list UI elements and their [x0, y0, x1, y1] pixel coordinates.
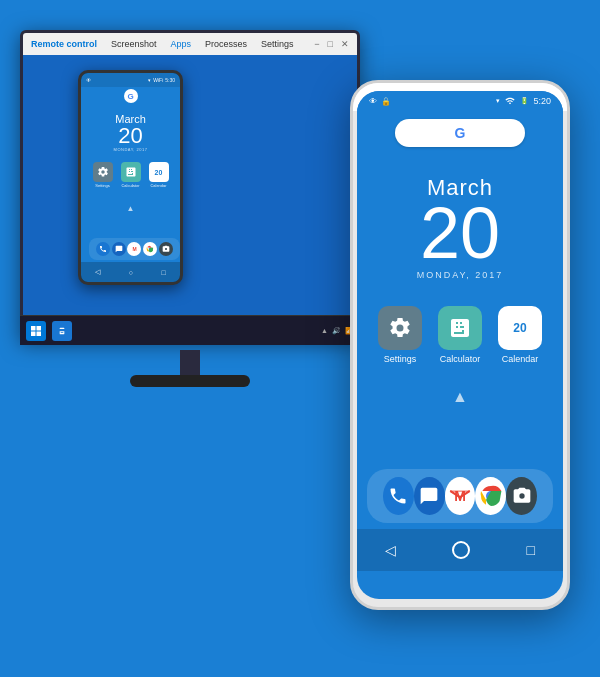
taskbar: ▲ 🔊 📶 [20, 315, 360, 345]
settings-icon-sm [93, 162, 113, 182]
dock-chrome-sm [143, 242, 157, 256]
app-calculator-sm: Calculator [121, 162, 141, 188]
dock-chrome-lg[interactable] [475, 477, 506, 515]
menu-settings[interactable]: Settings [261, 39, 294, 49]
menu-processes[interactable]: Processes [205, 39, 247, 49]
titlebar-controls: − □ ✕ [314, 39, 349, 49]
minimize-button[interactable]: − [314, 39, 319, 49]
phone-large-dock: M [367, 469, 553, 523]
taskbar-phone-app[interactable] [52, 321, 72, 341]
phone-small-screen: 👁 ▾ WiFi 5:30 G March 20 MON [81, 73, 180, 282]
wifi-icon-lg [504, 96, 516, 107]
phone-large-apps: Settings Calculator 20 Calendar [357, 290, 563, 368]
phone-large-date: March 20 MONDAY, 2017 [357, 155, 563, 290]
menu-screenshot[interactable]: Screenshot [111, 39, 157, 49]
dock-gmail-sm: M [127, 242, 141, 256]
monitor-titlebar: Remote control Screenshot Apps Processes… [23, 33, 357, 55]
monitor-base [130, 375, 250, 387]
phone-small-dock: M [89, 238, 180, 260]
phone-large-screen: 👁 🔒 ▾ 🔋 5:20 G [357, 91, 563, 571]
calendar-label-sm: Calendar [150, 183, 166, 188]
maximize-button[interactable]: □ [328, 39, 333, 49]
phone-small-date: March 20 MONDAY, 2017 [81, 105, 180, 156]
back-btn-sm: ◁ [95, 268, 100, 276]
statusbar-left-icons: 👁 🔒 [369, 97, 391, 106]
calendar-icon-sm: 20 [149, 162, 169, 182]
dock-gmail-lg[interactable]: M [445, 477, 476, 515]
titlebar-menu: Remote control Screenshot Apps Processes… [31, 39, 294, 49]
calendar-label-lg: Calendar [502, 354, 539, 364]
day-lg: 20 [357, 201, 563, 266]
taskbar-start[interactable] [26, 321, 46, 341]
scroll-arrow-sm: ▲ [81, 204, 180, 213]
dock-camera-sm [159, 242, 173, 256]
wifi-signal-sm: WiFi [153, 77, 163, 83]
phone-small: 👁 ▾ WiFi 5:30 G March 20 MON [78, 70, 183, 285]
taskbar-tray-icons: ▲ [321, 327, 328, 334]
phone-app-icon [58, 326, 66, 336]
phone-small-navbar: ◁ ○ □ [81, 262, 180, 282]
calculator-icon-lg[interactable] [438, 306, 482, 350]
phone-large-statusbar: 👁 🔒 ▾ 🔋 5:20 [357, 91, 563, 111]
svg-rect-3 [31, 331, 36, 336]
settings-label-lg: Settings [384, 354, 417, 364]
windows-icon [31, 326, 41, 336]
phone-small-statusbar: 👁 ▾ WiFi 5:30 [81, 73, 180, 87]
phone-large-navbar: ◁ □ [357, 529, 563, 571]
battery-icon-lg: 🔋 [520, 97, 529, 105]
home-btn-sm: ○ [129, 269, 133, 276]
statusbar-right-icons: ▾ 🔋 5:20 [496, 96, 551, 107]
time-lg: 5:20 [533, 96, 551, 106]
wifi-icon-sm: ▾ [148, 77, 151, 83]
dock-messages-sm [112, 242, 126, 256]
google-icon-sm: G [124, 89, 138, 103]
monitor-neck [180, 350, 200, 375]
signal-icon-lg: ▾ [496, 97, 500, 105]
scroll-up-arrow: ▲ [357, 368, 563, 414]
weekday-sm: MONDAY, 2017 [81, 147, 180, 152]
svg-rect-2 [37, 326, 42, 331]
monitor-screen: Remote control Screenshot Apps Processes… [20, 30, 360, 340]
phone-large: 👁 🔒 ▾ 🔋 5:20 G [350, 80, 570, 610]
phone-small-apps: Settings Calculator 20 Cale [81, 156, 180, 194]
gmail-m-letter: M [454, 488, 466, 504]
app-calendar-lg: 20 Calendar [498, 306, 542, 364]
recent-btn-sm: □ [161, 269, 165, 276]
google-search-bar[interactable]: G [357, 119, 563, 147]
monitor: Remote control Screenshot Apps Processes… [20, 30, 360, 400]
recent-button-lg[interactable]: □ [526, 542, 534, 558]
app-calendar-sm: 20 Calendar [149, 162, 169, 188]
dock-messages-lg[interactable] [414, 477, 445, 515]
calculator-label-lg: Calculator [440, 354, 481, 364]
menu-remote-control[interactable]: Remote control [31, 39, 97, 49]
monitor-content: 👁 ▾ WiFi 5:30 G March 20 MON [23, 55, 357, 337]
back-button-lg[interactable]: ◁ [385, 542, 396, 558]
app-settings-lg: Settings [378, 306, 422, 364]
eye-icon-sm: 👁 [86, 77, 91, 83]
taskbar-network-icon: 🔊 [332, 327, 341, 335]
home-button-lg[interactable] [452, 541, 470, 559]
lock-icon-lg: 🔒 [381, 97, 391, 106]
calculator-label-sm: Calculator [121, 183, 139, 188]
app-calculator-lg: Calculator [438, 306, 482, 364]
weekday-lg: MONDAY, 2017 [357, 270, 563, 280]
dock-phone-lg[interactable] [383, 477, 414, 515]
calculator-icon-sm [121, 162, 141, 182]
app-settings-sm: Settings [93, 162, 113, 188]
menu-apps[interactable]: Apps [171, 39, 192, 49]
dock-camera-lg[interactable] [506, 477, 537, 515]
settings-icon-lg[interactable] [378, 306, 422, 350]
dock-phone-sm [96, 242, 110, 256]
eye-icon-lg: 👁 [369, 97, 377, 106]
calendar-icon-lg[interactable]: 20 [498, 306, 542, 350]
close-button[interactable]: ✕ [341, 39, 349, 49]
svg-rect-1 [31, 326, 36, 331]
time-sm: 5:30 [165, 77, 175, 83]
day-sm: 20 [81, 125, 180, 147]
phone-large-screen-container: 👁 🔒 ▾ 🔋 5:20 G [357, 91, 563, 599]
google-g-logo: G [455, 125, 466, 141]
settings-label-sm: Settings [95, 183, 109, 188]
svg-rect-4 [37, 331, 42, 336]
monitor-stand [150, 350, 230, 400]
